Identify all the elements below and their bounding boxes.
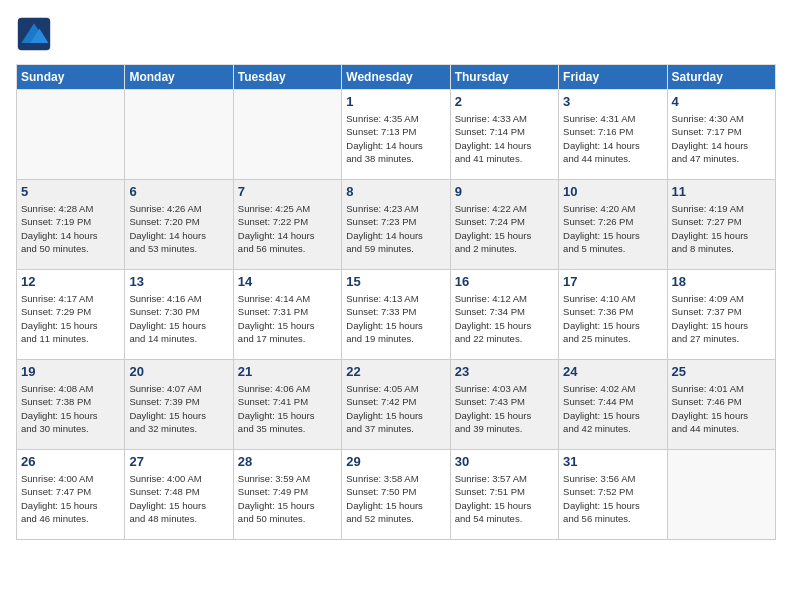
logo bbox=[16, 16, 58, 52]
cal-cell: 14Sunrise: 4:14 AM Sunset: 7:31 PM Dayli… bbox=[233, 270, 341, 360]
day-header-saturday: Saturday bbox=[667, 65, 775, 90]
day-header-tuesday: Tuesday bbox=[233, 65, 341, 90]
cell-info: Sunrise: 4:09 AM Sunset: 7:37 PM Dayligh… bbox=[672, 292, 771, 345]
day-number: 18 bbox=[672, 274, 771, 289]
day-number: 26 bbox=[21, 454, 120, 469]
cal-cell: 11Sunrise: 4:19 AM Sunset: 7:27 PM Dayli… bbox=[667, 180, 775, 270]
day-number: 19 bbox=[21, 364, 120, 379]
cell-info: Sunrise: 4:02 AM Sunset: 7:44 PM Dayligh… bbox=[563, 382, 662, 435]
cal-cell bbox=[233, 90, 341, 180]
cell-info: Sunrise: 4:20 AM Sunset: 7:26 PM Dayligh… bbox=[563, 202, 662, 255]
cal-cell: 13Sunrise: 4:16 AM Sunset: 7:30 PM Dayli… bbox=[125, 270, 233, 360]
cal-cell: 10Sunrise: 4:20 AM Sunset: 7:26 PM Dayli… bbox=[559, 180, 667, 270]
cell-info: Sunrise: 3:56 AM Sunset: 7:52 PM Dayligh… bbox=[563, 472, 662, 525]
day-number: 31 bbox=[563, 454, 662, 469]
cal-cell: 7Sunrise: 4:25 AM Sunset: 7:22 PM Daylig… bbox=[233, 180, 341, 270]
cal-cell: 19Sunrise: 4:08 AM Sunset: 7:38 PM Dayli… bbox=[17, 360, 125, 450]
calendar-table: SundayMondayTuesdayWednesdayThursdayFrid… bbox=[16, 64, 776, 540]
day-number: 13 bbox=[129, 274, 228, 289]
cal-cell: 25Sunrise: 4:01 AM Sunset: 7:46 PM Dayli… bbox=[667, 360, 775, 450]
day-number: 1 bbox=[346, 94, 445, 109]
day-number: 15 bbox=[346, 274, 445, 289]
cell-info: Sunrise: 4:10 AM Sunset: 7:36 PM Dayligh… bbox=[563, 292, 662, 345]
cell-info: Sunrise: 4:28 AM Sunset: 7:19 PM Dayligh… bbox=[21, 202, 120, 255]
cell-info: Sunrise: 4:01 AM Sunset: 7:46 PM Dayligh… bbox=[672, 382, 771, 435]
cell-info: Sunrise: 4:00 AM Sunset: 7:48 PM Dayligh… bbox=[129, 472, 228, 525]
cal-cell bbox=[125, 90, 233, 180]
day-header-thursday: Thursday bbox=[450, 65, 558, 90]
cal-cell: 15Sunrise: 4:13 AM Sunset: 7:33 PM Dayli… bbox=[342, 270, 450, 360]
cal-cell: 3Sunrise: 4:31 AM Sunset: 7:16 PM Daylig… bbox=[559, 90, 667, 180]
day-number: 12 bbox=[21, 274, 120, 289]
cal-cell: 31Sunrise: 3:56 AM Sunset: 7:52 PM Dayli… bbox=[559, 450, 667, 540]
day-number: 7 bbox=[238, 184, 337, 199]
cell-info: Sunrise: 4:08 AM Sunset: 7:38 PM Dayligh… bbox=[21, 382, 120, 435]
cell-info: Sunrise: 4:19 AM Sunset: 7:27 PM Dayligh… bbox=[672, 202, 771, 255]
cell-info: Sunrise: 4:05 AM Sunset: 7:42 PM Dayligh… bbox=[346, 382, 445, 435]
day-number: 24 bbox=[563, 364, 662, 379]
day-number: 27 bbox=[129, 454, 228, 469]
cell-info: Sunrise: 4:00 AM Sunset: 7:47 PM Dayligh… bbox=[21, 472, 120, 525]
page-header bbox=[16, 16, 776, 52]
cal-cell: 28Sunrise: 3:59 AM Sunset: 7:49 PM Dayli… bbox=[233, 450, 341, 540]
cell-info: Sunrise: 4:33 AM Sunset: 7:14 PM Dayligh… bbox=[455, 112, 554, 165]
logo-icon bbox=[16, 16, 52, 52]
day-number: 8 bbox=[346, 184, 445, 199]
day-number: 4 bbox=[672, 94, 771, 109]
cal-cell: 26Sunrise: 4:00 AM Sunset: 7:47 PM Dayli… bbox=[17, 450, 125, 540]
day-number: 30 bbox=[455, 454, 554, 469]
day-number: 23 bbox=[455, 364, 554, 379]
cell-info: Sunrise: 4:17 AM Sunset: 7:29 PM Dayligh… bbox=[21, 292, 120, 345]
cal-cell: 30Sunrise: 3:57 AM Sunset: 7:51 PM Dayli… bbox=[450, 450, 558, 540]
cal-cell bbox=[667, 450, 775, 540]
cal-cell: 8Sunrise: 4:23 AM Sunset: 7:23 PM Daylig… bbox=[342, 180, 450, 270]
cal-cell: 18Sunrise: 4:09 AM Sunset: 7:37 PM Dayli… bbox=[667, 270, 775, 360]
cal-cell bbox=[17, 90, 125, 180]
cal-cell: 5Sunrise: 4:28 AM Sunset: 7:19 PM Daylig… bbox=[17, 180, 125, 270]
day-number: 22 bbox=[346, 364, 445, 379]
cal-cell: 29Sunrise: 3:58 AM Sunset: 7:50 PM Dayli… bbox=[342, 450, 450, 540]
day-number: 29 bbox=[346, 454, 445, 469]
day-number: 11 bbox=[672, 184, 771, 199]
cell-info: Sunrise: 4:07 AM Sunset: 7:39 PM Dayligh… bbox=[129, 382, 228, 435]
cell-info: Sunrise: 4:13 AM Sunset: 7:33 PM Dayligh… bbox=[346, 292, 445, 345]
day-number: 5 bbox=[21, 184, 120, 199]
cell-info: Sunrise: 4:26 AM Sunset: 7:20 PM Dayligh… bbox=[129, 202, 228, 255]
day-number: 16 bbox=[455, 274, 554, 289]
cal-cell: 9Sunrise: 4:22 AM Sunset: 7:24 PM Daylig… bbox=[450, 180, 558, 270]
day-header-wednesday: Wednesday bbox=[342, 65, 450, 90]
cal-cell: 1Sunrise: 4:35 AM Sunset: 7:13 PM Daylig… bbox=[342, 90, 450, 180]
cal-cell: 22Sunrise: 4:05 AM Sunset: 7:42 PM Dayli… bbox=[342, 360, 450, 450]
day-number: 10 bbox=[563, 184, 662, 199]
cal-cell: 2Sunrise: 4:33 AM Sunset: 7:14 PM Daylig… bbox=[450, 90, 558, 180]
cell-info: Sunrise: 4:23 AM Sunset: 7:23 PM Dayligh… bbox=[346, 202, 445, 255]
day-header-monday: Monday bbox=[125, 65, 233, 90]
cell-info: Sunrise: 4:12 AM Sunset: 7:34 PM Dayligh… bbox=[455, 292, 554, 345]
cal-cell: 20Sunrise: 4:07 AM Sunset: 7:39 PM Dayli… bbox=[125, 360, 233, 450]
cell-info: Sunrise: 3:57 AM Sunset: 7:51 PM Dayligh… bbox=[455, 472, 554, 525]
cal-cell: 17Sunrise: 4:10 AM Sunset: 7:36 PM Dayli… bbox=[559, 270, 667, 360]
day-number: 2 bbox=[455, 94, 554, 109]
day-number: 6 bbox=[129, 184, 228, 199]
cell-info: Sunrise: 4:22 AM Sunset: 7:24 PM Dayligh… bbox=[455, 202, 554, 255]
cell-info: Sunrise: 4:31 AM Sunset: 7:16 PM Dayligh… bbox=[563, 112, 662, 165]
cal-cell: 6Sunrise: 4:26 AM Sunset: 7:20 PM Daylig… bbox=[125, 180, 233, 270]
cell-info: Sunrise: 4:35 AM Sunset: 7:13 PM Dayligh… bbox=[346, 112, 445, 165]
day-number: 14 bbox=[238, 274, 337, 289]
day-header-friday: Friday bbox=[559, 65, 667, 90]
cell-info: Sunrise: 4:06 AM Sunset: 7:41 PM Dayligh… bbox=[238, 382, 337, 435]
cell-info: Sunrise: 4:25 AM Sunset: 7:22 PM Dayligh… bbox=[238, 202, 337, 255]
cal-cell: 23Sunrise: 4:03 AM Sunset: 7:43 PM Dayli… bbox=[450, 360, 558, 450]
cell-info: Sunrise: 4:16 AM Sunset: 7:30 PM Dayligh… bbox=[129, 292, 228, 345]
day-number: 21 bbox=[238, 364, 337, 379]
cell-info: Sunrise: 3:58 AM Sunset: 7:50 PM Dayligh… bbox=[346, 472, 445, 525]
cell-info: Sunrise: 4:30 AM Sunset: 7:17 PM Dayligh… bbox=[672, 112, 771, 165]
cal-cell: 27Sunrise: 4:00 AM Sunset: 7:48 PM Dayli… bbox=[125, 450, 233, 540]
day-number: 25 bbox=[672, 364, 771, 379]
day-number: 3 bbox=[563, 94, 662, 109]
day-number: 20 bbox=[129, 364, 228, 379]
day-number: 9 bbox=[455, 184, 554, 199]
cell-info: Sunrise: 4:14 AM Sunset: 7:31 PM Dayligh… bbox=[238, 292, 337, 345]
cal-cell: 21Sunrise: 4:06 AM Sunset: 7:41 PM Dayli… bbox=[233, 360, 341, 450]
cal-cell: 16Sunrise: 4:12 AM Sunset: 7:34 PM Dayli… bbox=[450, 270, 558, 360]
